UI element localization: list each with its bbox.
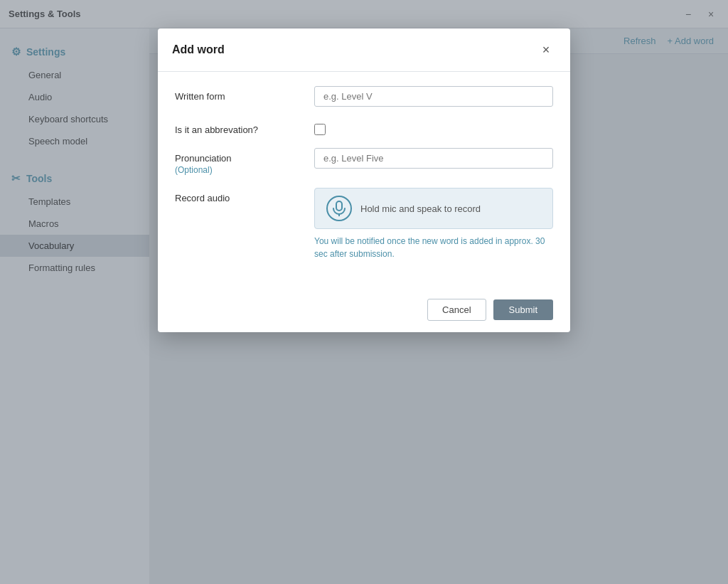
modal-body: Written form Is it an abbrevation? Pronu… [158,72,570,287]
record-audio-row: Record audio Hold mic and speak to recor… [175,188,553,260]
record-audio-control: Hold mic and speak to record You will be… [314,188,553,260]
modal-title: Add word [172,43,225,56]
add-word-modal: Add word × Written form Is it an abbreva… [158,28,570,332]
abbreviation-row: Is it an abbrevation? [175,120,553,135]
written-form-input[interactable] [314,86,553,107]
submit-button[interactable]: Submit [493,299,553,320]
cancel-button[interactable]: Cancel [427,299,486,321]
submission-notification: You will be notified once the new word i… [314,235,553,260]
pronunciation-row: Pronunciation (Optional) [175,148,553,175]
abbreviation-control [314,120,553,135]
pronunciation-label-group: Pronunciation (Optional) [175,148,303,175]
abbreviation-label: Is it an abbrevation? [175,120,303,135]
pronunciation-label: Pronunciation [175,153,303,164]
svg-rect-0 [336,201,342,211]
modal-close-button[interactable]: × [536,40,556,60]
written-form-control [314,86,553,107]
pronunciation-input[interactable] [314,148,553,169]
record-audio-button[interactable]: Hold mic and speak to record [314,188,553,229]
modal-header: Add word × [158,28,570,72]
pronunciation-control [314,148,553,169]
modal-footer: Cancel Submit [158,287,570,332]
record-audio-label: Record audio [175,188,303,203]
written-form-label: Written form [175,86,303,102]
modal-overlay: Add word × Written form Is it an abbreva… [0,0,728,584]
abbreviation-checkbox[interactable] [314,124,326,135]
written-form-row: Written form [175,86,553,107]
mic-icon [326,196,352,221]
pronunciation-optional: (Optional) [175,165,303,175]
app-window: Settings & Tools − × ⚙ Settings General … [0,0,728,584]
mic-hold-text: Hold mic and speak to record [360,203,481,214]
